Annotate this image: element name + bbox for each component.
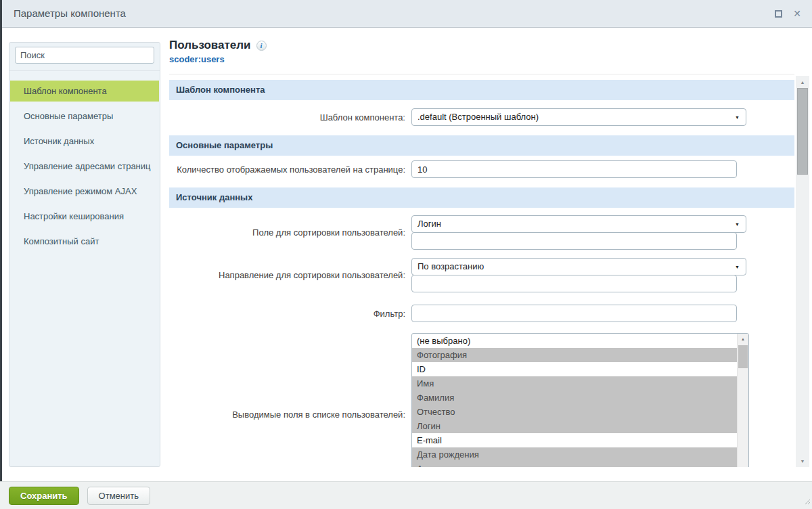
field-label: Шаблон компонента: [169, 112, 411, 123]
listbox-option[interactable]: Фотография [412, 348, 737, 362]
sidebar-item-page-urls[interactable]: Управление адресами страниц [10, 156, 159, 177]
sort-field-select[interactable]: Логин ▼ [411, 215, 746, 233]
section-header-main-parameters: Основные параметры [169, 135, 794, 156]
form-row-sort-direction: Направление для сортировки пользователей… [169, 258, 794, 292]
listbox-scrollbar-thumb[interactable] [738, 345, 748, 368]
listbox-option[interactable]: (не выбрано) [412, 334, 737, 348]
form-row-output-fields: Выводимые поля в списке пользователей: (… [169, 333, 794, 467]
filter-input[interactable] [411, 305, 737, 322]
sort-direction-select[interactable]: По возрастанию ▼ [411, 258, 746, 275]
sort-direction-custom-input[interactable] [411, 275, 737, 292]
sidebar-item-composite-site[interactable]: Композитный сайт [10, 231, 159, 252]
listbox-option[interactable]: Активность [412, 462, 737, 467]
component-code: scoder:users [169, 54, 794, 64]
form-row-sort-field: Поле для сортировки пользователей: Логин… [169, 215, 794, 250]
info-icon[interactable]: i [256, 41, 267, 51]
component-parameters-dialog: Параметры компонента ✕ Шаблон компонента… [0, 0, 812, 509]
sidebar-menu: Шаблон компонента Основные параметры Ист… [9, 81, 160, 252]
sidebar-item-component-template[interactable]: Шаблон компонента [10, 81, 159, 102]
dialog-titlebar: Параметры компонента ✕ [2, 0, 812, 28]
users-per-page-input[interactable] [411, 160, 737, 178]
listbox-scrollbar: ▲ [737, 334, 748, 467]
listbox-options: (не выбрано) Фотография ID Имя Фамилия О… [412, 334, 737, 467]
listbox-option[interactable]: Имя [412, 376, 737, 391]
field-label: Выводимые поля в списке пользователей: [169, 410, 411, 420]
listbox-option[interactable]: ID [412, 362, 737, 376]
form-row-per-page: Количество отображаемых пользователей на… [169, 160, 794, 178]
section-header-data-source: Источник данных [169, 187, 794, 208]
form-scrollbar: ▲ ▼ [796, 76, 809, 467]
scroll-up-icon[interactable]: ▲ [796, 76, 809, 87]
close-icon[interactable]: ✕ [793, 9, 801, 18]
component-header: Пользователи i scoder:users [169, 37, 794, 74]
sidebar-item-ajax-mode[interactable]: Управление режимом AJAX [10, 181, 159, 202]
sidebar-item-data-source[interactable]: Источник данных [10, 131, 159, 152]
field-label: Фильтр: [169, 309, 411, 319]
resize-handle-icon[interactable] [804, 495, 810, 507]
field-label: Поле для сортировки пользователей: [169, 227, 411, 238]
sidebar-item-main-parameters[interactable]: Основные параметры [10, 106, 159, 127]
output-fields-listbox[interactable]: (не выбрано) Фотография ID Имя Фамилия О… [411, 333, 749, 467]
page-title: Пользователи [169, 39, 251, 52]
scroll-up-icon[interactable]: ▲ [738, 334, 748, 345]
settings-sidebar: Шаблон компонента Основные параметры Ист… [9, 42, 160, 467]
settings-form-panel: Пользователи i scoder:users Шаблон компо… [169, 37, 794, 467]
form-row-filter: Фильтр: [169, 305, 794, 322]
save-button[interactable]: Сохранить [9, 487, 79, 505]
chevron-down-icon: ▼ [735, 265, 740, 269]
cancel-button[interactable]: Отменить [87, 487, 150, 505]
listbox-option[interactable]: Отчество [412, 405, 737, 419]
listbox-option[interactable]: Фамилия [412, 391, 737, 405]
section-header-component-template: Шаблон компонента [169, 80, 794, 100]
listbox-option[interactable]: Логин [412, 419, 737, 433]
dialog-title: Параметры компонента [14, 0, 126, 27]
page-edge-strip [0, 0, 2, 482]
scroll-down-icon[interactable]: ▼ [796, 456, 809, 466]
search-input[interactable] [15, 47, 154, 64]
sidebar-item-caching[interactable]: Настройки кеширования [10, 206, 159, 227]
form-scrollbar-thumb[interactable] [797, 88, 808, 175]
sidebar-divider [9, 70, 160, 71]
listbox-option[interactable]: Дата рождения [412, 447, 737, 462]
sort-field-custom-input[interactable] [411, 232, 737, 250]
dialog-footer: Сохранить Отменить [0, 481, 812, 509]
form-row-template: Шаблон компонента: .default (Встроенный … [169, 108, 794, 126]
listbox-option[interactable]: E-mail [412, 433, 737, 447]
field-label: Количество отображаемых пользователей на… [169, 164, 411, 175]
field-label: Направление для сортировки пользователей… [169, 270, 411, 280]
template-select[interactable]: .default (Встроенный шаблон) ▼ [411, 108, 746, 126]
chevron-down-icon: ▼ [735, 115, 740, 120]
maximize-icon[interactable] [775, 10, 782, 18]
chevron-down-icon: ▼ [735, 222, 740, 227]
window-controls: ✕ [775, 0, 801, 27]
